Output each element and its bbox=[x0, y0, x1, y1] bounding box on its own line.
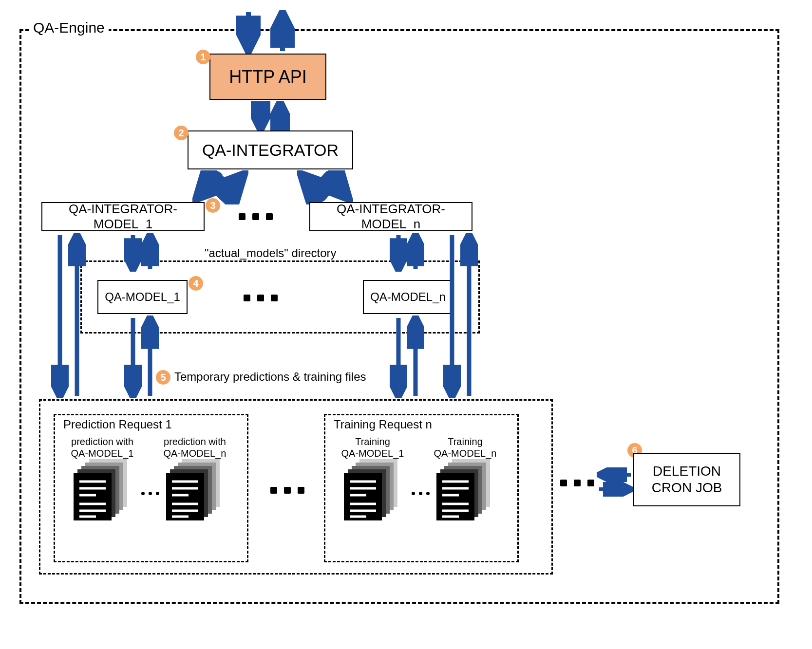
file-stack-train-n: TrainingQA-MODEL_n bbox=[434, 436, 497, 535]
qa-integrator-model-1-box: QA-INTEGRATOR-MODEL_1 bbox=[41, 202, 205, 231]
train-n-b: QA-MODEL_n bbox=[434, 448, 497, 459]
arrow-cron-left-icon bbox=[597, 467, 633, 482]
arrow-m1-up-icon bbox=[141, 233, 159, 272]
qa-integrator-model-n-label: QA-INTEGRATOR-MODEL_n bbox=[310, 202, 472, 232]
ellipsis-pred-inner bbox=[141, 492, 159, 495]
pred-n-b: QA-MODEL_n bbox=[164, 448, 227, 459]
arrow-int-left-up-icon bbox=[214, 170, 248, 204]
actual-models-label: "actual_models" directory bbox=[205, 246, 337, 260]
arrow-http-down-icon bbox=[251, 101, 270, 130]
training-request-n-title: Training Request n bbox=[334, 418, 432, 431]
arrow-mn-down-icon bbox=[390, 233, 407, 272]
ellipsis-train-inner bbox=[412, 492, 430, 495]
pred-n-a: prediction with bbox=[164, 436, 226, 447]
arrow-http-up-icon bbox=[270, 101, 290, 130]
qa-model-n-box: QA-MODEL_n bbox=[363, 280, 453, 314]
pred-1-a: prediction with bbox=[71, 436, 133, 447]
qa-model-1-box: QA-MODEL_1 bbox=[97, 280, 188, 314]
arrow-m1-down-icon bbox=[124, 233, 142, 272]
arrow-cron-right-icon bbox=[597, 482, 633, 497]
train-n-a: Training bbox=[448, 436, 483, 447]
badge-4: 4 bbox=[189, 276, 203, 291]
svg-rect-57 bbox=[436, 473, 474, 520]
pred-1-b: QA-MODEL_1 bbox=[71, 448, 134, 459]
arrow-int-right-down-icon bbox=[319, 170, 353, 204]
deletion-cron-box: DELETION CRON JOB bbox=[633, 453, 740, 506]
svg-rect-35 bbox=[166, 473, 204, 520]
arrow-out-icon bbox=[270, 10, 295, 54]
file-stack-pred-1: prediction withQA-MODEL_1 bbox=[71, 436, 134, 535]
file-stack-train-1: TrainingQA-MODEL_1 bbox=[341, 436, 404, 535]
badge-5: 5 bbox=[156, 370, 170, 385]
train-1-a: Training bbox=[355, 436, 390, 447]
svg-rect-46 bbox=[344, 473, 382, 520]
http-api-label: HTTP API bbox=[229, 67, 306, 87]
arrow-in-icon bbox=[236, 10, 261, 54]
badge-3: 3 bbox=[206, 198, 220, 213]
arrow-qmn-down-icon bbox=[390, 315, 407, 398]
arrow-mn-up-icon bbox=[407, 233, 424, 272]
svg-rect-24 bbox=[74, 473, 112, 520]
arrow-qmn-up-icon bbox=[407, 315, 424, 398]
qa-integrator-label: QA-INTEGRATOR bbox=[202, 141, 339, 160]
arrow-bypass-1-up-icon bbox=[68, 233, 86, 398]
temp-files-label: Temporary predictions & training files bbox=[174, 370, 366, 384]
ellipsis-cron bbox=[560, 480, 594, 486]
http-api-box: HTTP API bbox=[209, 54, 326, 100]
deletion-cron-label: DELETION CRON JOB bbox=[634, 463, 739, 496]
ellipsis-models bbox=[239, 213, 273, 220]
prediction-request-1-title: Prediction Request 1 bbox=[63, 418, 172, 431]
qa-integrator-box: QA-INTEGRATOR bbox=[188, 130, 353, 169]
diagram-stage: QA-Engine HTTP API 1 QA-INTEGRATOR 2 QA-… bbox=[0, 0, 812, 649]
badge-2: 2 bbox=[174, 126, 189, 140]
arrow-qm1-up-icon bbox=[141, 315, 159, 398]
arrow-qm1-down-icon bbox=[124, 315, 142, 398]
qa-model-n-label: QA-MODEL_n bbox=[370, 290, 446, 304]
qa-integrator-model-1-label: QA-INTEGRATOR-MODEL_1 bbox=[42, 202, 204, 232]
ellipsis-requests bbox=[270, 487, 304, 494]
arrow-bypass-1-down-icon bbox=[51, 233, 69, 398]
svg-line-5 bbox=[220, 177, 241, 200]
file-stack-pred-n: prediction withQA-MODEL_n bbox=[163, 436, 227, 535]
arrow-bypass-n-down-icon bbox=[443, 233, 461, 398]
qa-engine-title: QA-Engine bbox=[29, 19, 109, 36]
qa-integrator-model-n-box: QA-INTEGRATOR-MODEL_n bbox=[309, 202, 472, 231]
arrow-bypass-n-up-icon bbox=[460, 233, 478, 398]
ellipsis-qa-models bbox=[244, 295, 278, 301]
train-1-b: QA-MODEL_1 bbox=[341, 448, 404, 459]
svg-line-7 bbox=[325, 173, 346, 196]
qa-model-1-label: QA-MODEL_1 bbox=[105, 290, 180, 304]
badge-1: 1 bbox=[196, 50, 210, 64]
